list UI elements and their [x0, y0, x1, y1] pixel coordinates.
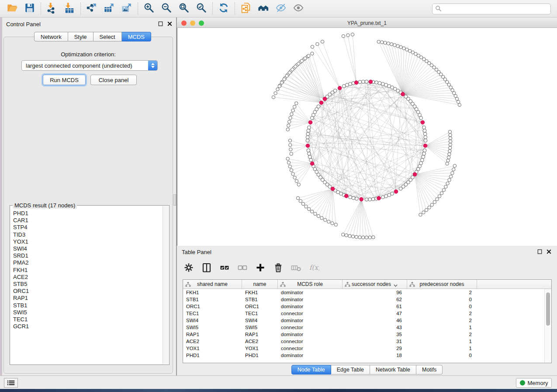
column-header-successor_nodes[interactable]: successor nodes	[343, 280, 407, 289]
table-row[interactable]: TEC1TEC1connector472	[183, 310, 544, 317]
table-row[interactable]: ORC1ORC1dominator610	[183, 303, 544, 310]
import-network-button[interactable]	[43, 2, 61, 16]
tab-network-table[interactable]: Network Table	[370, 365, 416, 375]
cell-mcds_role[interactable]: connector	[278, 346, 343, 351]
table-row[interactable]: YOX1YOX1connector291	[183, 345, 544, 352]
cell-name[interactable]: YOX1	[242, 346, 278, 351]
export-network-button[interactable]	[83, 2, 100, 16]
cell-successor_nodes[interactable]: 35	[343, 332, 407, 337]
export-image-button[interactable]	[118, 2, 135, 16]
tab-style[interactable]: Style	[68, 32, 93, 41]
cell-name[interactable]: FKH1	[242, 290, 278, 295]
cell-name[interactable]: SWI4	[242, 318, 278, 323]
cell-shared_name[interactable]: PHD1	[183, 353, 242, 358]
table-row[interactable]: STB1STB1dominator620	[183, 296, 544, 303]
cell-mcds_role[interactable]: dominator	[278, 304, 343, 309]
cell-shared_name[interactable]: STB1	[183, 297, 242, 302]
cell-predecessor_nodes[interactable]: 1	[407, 339, 477, 344]
duplicate-network-button[interactable]	[237, 2, 255, 16]
mcds-result-item[interactable]: STB5	[13, 281, 163, 288]
cell-successor_nodes[interactable]: 18	[343, 353, 407, 358]
cell-mcds_role[interactable]: dominator	[278, 353, 343, 358]
cell-predecessor_nodes[interactable]: 0	[407, 297, 477, 302]
cell-name[interactable]: STB1	[242, 297, 278, 302]
column-header-name[interactable]: name	[242, 280, 278, 289]
cell-shared_name[interactable]: YOX1	[183, 346, 242, 351]
cell-shared_name[interactable]: ORC1	[183, 304, 242, 309]
close-panel-icon[interactable]	[546, 249, 552, 256]
float-window-icon[interactable]	[537, 249, 543, 256]
deselect-all-button[interactable]	[237, 262, 248, 274]
cell-successor_nodes[interactable]: 43	[343, 325, 407, 330]
tab-node-table[interactable]: Node Table	[291, 365, 331, 375]
cell-name[interactable]: ACE2	[242, 339, 278, 344]
cell-mcds_role[interactable]: connector	[278, 339, 343, 344]
refresh-network-button[interactable]	[215, 2, 232, 16]
mcds-result-item[interactable]: ACE2	[13, 274, 163, 281]
cell-predecessor_nodes[interactable]: 1	[407, 346, 477, 351]
network-canvas[interactable]	[177, 28, 557, 246]
network-graph[interactable]	[177, 28, 557, 246]
first-neighbors-button[interactable]	[255, 2, 272, 16]
export-table-button[interactable]	[100, 2, 118, 16]
cell-predecessor_nodes[interactable]: 0	[407, 304, 477, 309]
zoom-out-button[interactable]	[158, 2, 175, 16]
run-mcds-button[interactable]: Run MCDS	[43, 75, 86, 85]
cell-predecessor_nodes[interactable]: 2	[407, 332, 477, 337]
select-all-button[interactable]	[219, 262, 230, 274]
mcds-result-item[interactable]: YOX1	[13, 238, 163, 245]
cell-predecessor_nodes[interactable]: 1	[407, 325, 477, 330]
mcds-result-item[interactable]: TEC1	[13, 316, 163, 323]
task-history-button[interactable]	[4, 378, 18, 388]
cell-predecessor_nodes[interactable]: 2	[407, 311, 477, 316]
gear-button[interactable]	[183, 262, 194, 274]
table-row[interactable]: SWI5SWI5connector431	[183, 324, 544, 331]
column-header-predecessor_nodes[interactable]: predecessor nodes	[407, 280, 477, 289]
cell-mcds_role[interactable]: connector	[278, 325, 343, 330]
cell-name[interactable]: TEC1	[242, 311, 278, 316]
cell-successor_nodes[interactable]: 62	[343, 297, 407, 302]
tab-motifs[interactable]: Motifs	[416, 365, 443, 375]
tab-select[interactable]: Select	[93, 32, 122, 41]
cell-mcds_role[interactable]: dominator	[278, 332, 343, 337]
cell-name[interactable]: ORC1	[242, 304, 278, 309]
cell-shared_name[interactable]: TEC1	[183, 311, 242, 316]
column-header-shared_name[interactable]: shared name	[183, 280, 242, 289]
scrollbar-thumb[interactable]	[546, 292, 550, 326]
cell-predecessor_nodes[interactable]: 2	[407, 290, 477, 295]
mcds-result-item[interactable]: GCR1	[13, 323, 163, 330]
cell-successor_nodes[interactable]: 61	[343, 304, 407, 309]
cell-successor_nodes[interactable]: 31	[343, 339, 407, 344]
cell-mcds_role[interactable]: dominator	[278, 297, 343, 302]
close-panel-button[interactable]: Close panel	[90, 75, 137, 85]
mcds-result-item[interactable]: SWI4	[13, 245, 163, 252]
mcds-result-item[interactable]: PHD1	[13, 210, 163, 217]
cell-predecessor_nodes[interactable]: 0	[407, 353, 477, 358]
mcds-result-item[interactable]: CAR1	[13, 217, 163, 224]
search-input[interactable]	[442, 5, 550, 14]
trash-button[interactable]	[273, 262, 284, 274]
tab-network[interactable]: Network	[34, 32, 68, 41]
cell-successor_nodes[interactable]: 46	[343, 318, 407, 323]
mcds-result-item[interactable]: PMA2	[13, 259, 163, 266]
network-window-titlebar[interactable]: YPA_prune.txt_1	[177, 18, 557, 28]
cell-name[interactable]: RAP1	[242, 332, 278, 337]
mcds-result-item[interactable]: FKH1	[13, 267, 163, 274]
float-window-icon[interactable]	[158, 21, 163, 28]
mcds-result-item[interactable]: TID3	[13, 231, 163, 238]
mcds-result-item[interactable]: SWI5	[13, 309, 163, 316]
zoom-in-button[interactable]	[140, 2, 158, 16]
hide-selected-button[interactable]	[272, 2, 290, 16]
cell-shared_name[interactable]: FKH1	[183, 290, 242, 295]
close-panel-icon[interactable]	[167, 21, 173, 28]
node-table-scrollbar[interactable]	[544, 289, 551, 363]
mcds-result-item[interactable]: SRD1	[13, 252, 163, 259]
mcds-result-item[interactable]: STB1	[13, 302, 163, 309]
cell-shared_name[interactable]: SWI4	[183, 318, 242, 323]
search-box[interactable]	[432, 3, 551, 14]
memory-button[interactable]: Memory	[516, 378, 552, 388]
table-row[interactable]: SWI4SWI4dominator462	[183, 317, 544, 324]
mcds-result-item[interactable]: RAP1	[13, 295, 163, 302]
table-row[interactable]: PHD1PHD1dominator180	[183, 352, 544, 359]
cell-mcds_role[interactable]: dominator	[278, 290, 343, 295]
